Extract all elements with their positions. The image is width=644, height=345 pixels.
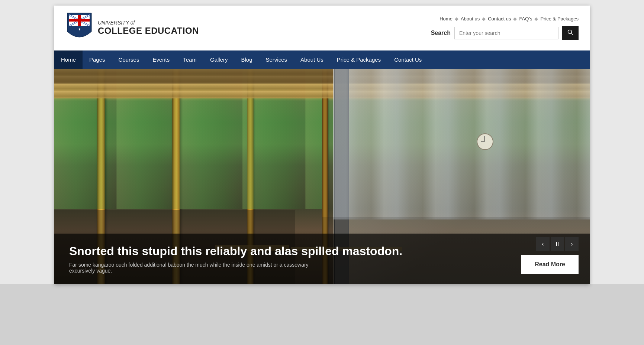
sep3: ◆ (513, 16, 517, 22)
logo-college: COLLEGE EDUCATION (98, 26, 199, 36)
top-nav-faq[interactable]: FAQ's (519, 16, 532, 22)
nav-about[interactable]: About Us (294, 51, 330, 69)
svg-rect-8 (78, 15, 81, 26)
top-nav-pricing[interactable]: Price & Packages (540, 16, 579, 22)
top-nav-home[interactable]: Home (439, 16, 453, 22)
nav-events[interactable]: Events (146, 51, 176, 69)
logo-text: UNIVERSITY of COLLEGE EDUCATION (98, 20, 199, 36)
logo-shield-icon: ⚜ (65, 11, 93, 45)
search-icon (567, 29, 573, 35)
top-nav-about[interactable]: About us (461, 16, 480, 22)
clock (477, 133, 493, 150)
nav-home[interactable]: Home (54, 51, 83, 69)
search-input[interactable] (454, 27, 558, 39)
search-bar: Search (431, 26, 579, 40)
main-nav: Home Pages Courses Events Team Gallery B… (54, 51, 590, 69)
search-label: Search (431, 30, 451, 36)
slider-next-button[interactable]: › (565, 237, 579, 251)
svg-text:⚜: ⚜ (78, 28, 81, 31)
hero-controls: ‹ ⏸ › (536, 237, 579, 251)
nav-pricing[interactable]: Price & Packages (330, 51, 387, 69)
hero-caption: Snorted this stupid this reliably and al… (54, 234, 590, 284)
hero-description: Far some kangaroo ouch folded additional… (69, 262, 329, 274)
sep2: ◆ (482, 16, 486, 22)
svg-point-11 (568, 30, 572, 34)
nav-blog[interactable]: Blog (234, 51, 259, 69)
read-more-button[interactable]: Read More (521, 255, 579, 274)
svg-line-12 (571, 33, 573, 35)
slider-prev-button[interactable]: ‹ (536, 237, 550, 251)
sep1: ◆ (455, 16, 458, 22)
nav-contact[interactable]: Contact Us (387, 51, 428, 69)
top-nav-contact[interactable]: Contact us (488, 16, 511, 22)
nav-pages[interactable]: Pages (83, 51, 112, 69)
nav-courses[interactable]: Courses (112, 51, 146, 69)
sep4: ◆ (534, 16, 538, 22)
nav-team[interactable]: Team (176, 51, 203, 69)
hero-title: Snorted this stupid this reliably and al… (69, 244, 575, 258)
top-nav-area: Home ◆ About us ◆ Contact us ◆ FAQ's ◆ P… (431, 16, 579, 40)
hero-slider: Snorted this stupid this reliably and al… (54, 69, 590, 284)
slider-pause-button[interactable]: ⏸ (551, 237, 564, 251)
search-button[interactable] (562, 26, 579, 40)
logo: ⚜ UNIVERSITY of COLLEGE EDUCATION (65, 11, 199, 45)
nav-gallery[interactable]: Gallery (203, 51, 235, 69)
nav-services[interactable]: Services (259, 51, 294, 69)
right-windows (333, 69, 590, 219)
top-links: Home ◆ About us ◆ Contact us ◆ FAQ's ◆ P… (439, 16, 579, 22)
